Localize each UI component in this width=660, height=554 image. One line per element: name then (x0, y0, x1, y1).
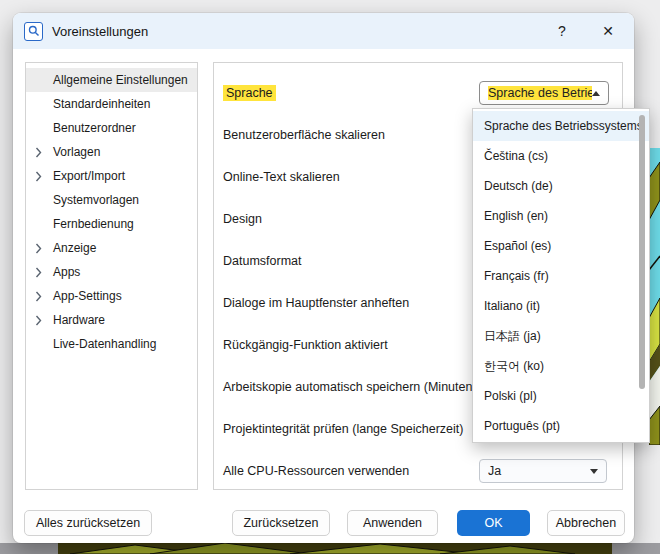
setting-label-design: Design (223, 212, 262, 226)
sidebar-item-label: Hardware (53, 313, 105, 327)
setting-label-projektintegrit-t-pr-fen-lange-speicherzeit: Projektintegrität prüfen (lange Speicher… (223, 422, 463, 436)
chevron-up-icon (592, 91, 600, 96)
dropdown-option-portugu-s-pt[interactable]: Português (pt) (473, 411, 649, 441)
chevron-down-icon (590, 469, 598, 474)
sidebar-item-benutzerordner[interactable]: Benutzerordner (26, 116, 197, 140)
apply-button[interactable]: Anwenden (347, 510, 438, 536)
close-button[interactable]: ✕ (593, 18, 623, 44)
cancel-button[interactable]: Abbrechen (547, 510, 625, 536)
sidebar-item-label: Export/Import (53, 169, 125, 183)
dropdown-option-espa-ol-es[interactable]: Español (es) (473, 231, 649, 261)
sidebar-item-app-settings[interactable]: App-Settings (26, 284, 197, 308)
cpu-combobox[interactable]: Ja (479, 459, 607, 483)
setting-label-datumsformat: Datumsformat (223, 254, 302, 268)
setting-label-dialoge-im-hauptfenster-anheften: Dialoge im Hauptfenster anheften (223, 296, 409, 310)
reset-all-button[interactable]: Alles zurücksetzen (24, 510, 152, 536)
sidebar-item-label: Apps (53, 265, 80, 279)
chevron-right-icon (35, 291, 43, 302)
dropdown-option-label: Sprache des Betriebssystems (484, 119, 643, 133)
dropdown-option-english-en[interactable]: English (en) (473, 201, 649, 231)
dropdown-option-label: Português (pt) (484, 419, 560, 433)
chevron-right-icon (35, 171, 43, 182)
ok-button[interactable]: OK (457, 510, 530, 536)
language-combobox-value: Sprache des Betrie... (488, 86, 592, 100)
sidebar-item-systemvorlagen[interactable]: Systemvorlagen (26, 188, 197, 212)
sidebar-item-anzeige[interactable]: Anzeige (26, 236, 197, 260)
sidebar-item-label: Allgemeine Einstellungen (53, 73, 188, 87)
sidebar-item-hardware[interactable]: Hardware (26, 308, 197, 332)
dialog-titlebar: Voreinstellungen ? ✕ (13, 13, 634, 49)
dropdown-option-label: Español (es) (484, 239, 551, 253)
language-dropdown-popup: Sprache des BetriebssystemsČeština (cs)D… (472, 108, 650, 443)
dropdown-option-label: Polski (pl) (484, 389, 537, 403)
sidebar-item-export-import[interactable]: Export/Import (26, 164, 197, 188)
setting-label-r-ckg-ngig-funktion-aktiviert: Rückgängig-Funktion aktiviert (223, 338, 388, 352)
dropdown-option-sprache-des-betriebssystems[interactable]: Sprache des Betriebssystems (473, 111, 649, 141)
dropdown-option-label: English (en) (484, 209, 548, 223)
sidebar-item-live-datenhandling[interactable]: Live-Datenhandling (26, 332, 197, 356)
sidebar-item-apps[interactable]: Apps (26, 260, 197, 284)
dropdown-option-polski-pl[interactable]: Polski (pl) (473, 381, 649, 411)
background-artwork-bottom (0, 543, 660, 554)
sidebar-item-label: Systemvorlagen (53, 193, 139, 207)
cpu-combobox-value: Ja (488, 464, 590, 478)
dropdown-option-e-tina-cs[interactable]: Čeština (cs) (473, 141, 649, 171)
sidebar-item-label: Standardeinheiten (53, 97, 150, 111)
dropdown-option-label: Français (fr) (484, 269, 549, 283)
dropdown-option-deutsch-de[interactable]: Deutsch (de) (473, 171, 649, 201)
setting-label-online-text-skalieren: Online-Text skalieren (223, 170, 340, 184)
sidebar-item-allgemeine-einstellungen[interactable]: Allgemeine Einstellungen (26, 68, 197, 92)
setting-label-arbeitskopie-automatisch-speichern-minuten: Arbeitskopie automatisch speichern (Minu… (223, 380, 477, 394)
sidebar-item-standardeinheiten[interactable]: Standardeinheiten (26, 92, 197, 116)
dropdown-option-fran-ais-fr[interactable]: Français (fr) (473, 261, 649, 291)
screen: Voreinstellungen ? ✕ Allgemeine Einstell… (0, 0, 660, 554)
sidebar-item-label: Live-Datenhandling (53, 337, 156, 351)
chevron-right-icon (35, 315, 43, 326)
reset-button[interactable]: Zurücksetzen (232, 510, 330, 536)
dropdown-option-ja[interactable]: 日本語 (ja) (473, 321, 649, 351)
chevron-right-icon (35, 267, 43, 278)
chevron-right-icon (35, 147, 43, 158)
dropdown-option-label: Deutsch (de) (484, 179, 553, 193)
magnifier-icon (24, 22, 43, 41)
sidebar-item-label: App-Settings (53, 289, 122, 303)
dialog-title: Voreinstellungen (52, 24, 148, 39)
sidebar-item-label: Fernbedienung (53, 217, 134, 231)
dropdown-option-label: 日本語 (ja) (484, 328, 541, 345)
category-sidebar: Allgemeine EinstellungenStandardeinheite… (25, 62, 198, 490)
sidebar-item-label: Anzeige (53, 241, 96, 255)
setting-label-sprache: Sprache (223, 85, 276, 101)
dropdown-option-label: Čeština (cs) (484, 149, 548, 163)
language-combobox[interactable]: Sprache des Betrie... (479, 81, 609, 105)
background-artwork-right (649, 148, 660, 445)
setting-label-benutzeroberfl-che-skalieren: Benutzeroberfläche skalieren (223, 128, 385, 142)
help-button[interactable]: ? (547, 18, 577, 44)
sidebar-item-label: Vorlagen (53, 145, 100, 159)
dropdown-option-ko[interactable]: 한국어 (ko) (473, 351, 649, 381)
sidebar-item-vorlagen[interactable]: Vorlagen (26, 140, 197, 164)
dropdown-option-label: 한국어 (ko) (484, 358, 544, 375)
setting-label-alle-cpu-ressourcen-verwenden: Alle CPU-Ressourcen verwenden (223, 464, 409, 478)
dropdown-scrollbar-thumb[interactable] (639, 115, 645, 389)
sidebar-item-fernbedienung[interactable]: Fernbedienung (26, 212, 197, 236)
sidebar-item-label: Benutzerordner (53, 121, 136, 135)
dropdown-option-italiano-it[interactable]: Italiano (it) (473, 291, 649, 321)
chevron-right-icon (35, 243, 43, 254)
dropdown-option-label: Italiano (it) (484, 299, 540, 313)
